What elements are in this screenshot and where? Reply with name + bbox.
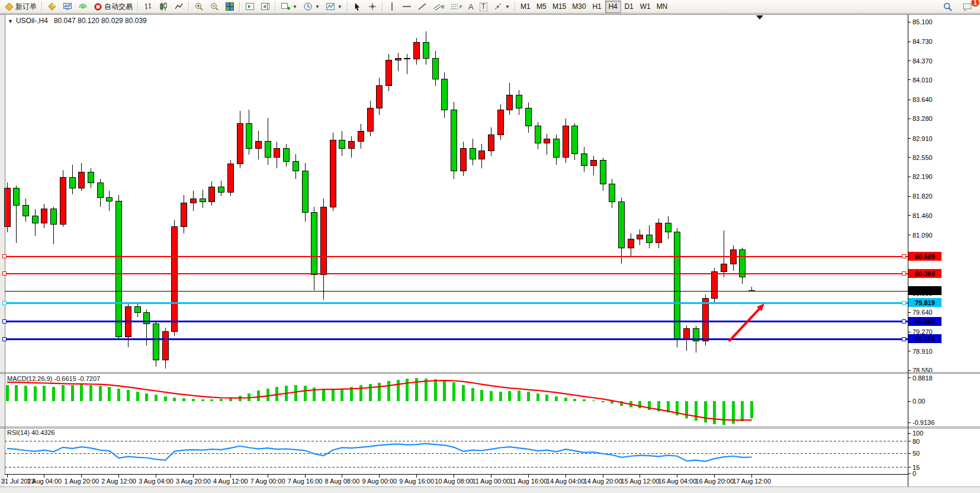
svg-text:0.8818: 0.8818 [912,374,933,382]
templates-button[interactable]: ▼ [323,1,345,13]
bar-chart-button[interactable] [140,1,156,13]
svg-text:84.730: 84.730 [912,38,933,45]
timeframe-m1-button[interactable]: M1 [518,1,534,13]
svg-text:85.100: 85.100 [912,18,933,25]
chart-shift-icon [261,2,270,11]
svg-text:82.910: 82.910 [912,135,933,142]
svg-text:9 Aug 16:00: 9 Aug 16:00 [399,478,434,485]
fibonacci-button[interactable]: F [448,1,465,13]
symbol-period-label: USOil-,H4 [16,17,48,25]
search-icon [943,2,953,12]
channel-letter: E [442,4,445,9]
horizontal-line-icon [402,2,412,11]
timeframe-m30-button[interactable]: M30 [569,1,589,13]
chart-shift-button[interactable] [258,1,273,13]
new-order-button[interactable]: 新订单 [2,1,40,13]
templates-icon [326,2,335,11]
signals-icon [78,2,88,11]
text-label-button[interactable]: T [477,1,490,13]
svg-text:7 Aug 00:00: 7 Aug 00:00 [250,478,285,485]
svg-text:79.136: 79.136 [915,335,935,342]
timeframe-d1-button[interactable]: D1 [621,1,637,13]
svg-text:79.467: 79.467 [915,318,935,325]
mt4-application: 85.10084.73084.37084.01083.64083.28082.9… [0,0,980,493]
svg-text:-0.9136: -0.9136 [912,419,934,426]
toolbar-separator [137,2,139,12]
arrows-button[interactable]: ▼ [490,1,513,13]
svg-text:78.910: 78.910 [912,348,933,355]
svg-text:11 Aug 16:00: 11 Aug 16:00 [509,478,547,485]
text-label-icon: T [480,2,487,11]
svg-text:3 Aug 04:00: 3 Aug 04:00 [139,478,173,485]
svg-text:1 Aug 04:00: 1 Aug 04:00 [27,478,62,485]
search-button[interactable] [940,1,956,13]
auto-trading-icon [94,2,102,11]
timeframe-w1-button[interactable]: W1 [637,1,654,13]
timeframe-h4-button[interactable]: H4 [605,1,621,13]
tile-windows-icon [225,2,234,11]
svg-text:11 Aug 00:00: 11 Aug 00:00 [472,478,510,485]
trendline-button[interactable] [415,1,430,13]
zoom-out-button[interactable] [207,1,222,13]
quote-ohlc-label: 80.047 80.120 80.029 80.039 [54,17,147,25]
signals-button[interactable] [75,1,91,13]
bar-chart-icon [143,2,153,11]
periods-button[interactable]: ▼ [300,1,323,13]
svg-text:16 Aug 20:00: 16 Aug 20:00 [695,478,734,485]
svg-text:14 Aug 20:00: 14 Aug 20:00 [584,478,622,485]
svg-text:15 Aug 12:00: 15 Aug 12:00 [621,478,660,485]
cursor-button[interactable] [350,1,365,13]
vertical-line-button[interactable] [385,1,399,13]
channel-icon [433,2,442,11]
toolbar-separator [275,2,276,12]
collapse-quote-icon[interactable]: ▼ [8,18,13,24]
text-button[interactable]: A [465,1,477,13]
svg-text:80.369: 80.369 [915,270,935,277]
timeframe-m15-button[interactable]: M15 [550,1,569,13]
svg-text:81.090: 81.090 [912,232,933,239]
indicators-button[interactable]: ▼ [278,1,300,13]
periods-icon [303,2,313,11]
new-order-icon [5,2,14,11]
chevron-down-icon: ▼ [315,4,320,9]
timeframe-m5-button[interactable]: M5 [534,1,550,13]
cursor-icon [353,2,362,11]
chart-plot-area[interactable]: 85.10084.73084.37084.01083.64083.28082.9… [0,0,980,493]
market-watch-button[interactable] [44,1,60,13]
candlestick-button[interactable] [156,1,171,13]
svg-text:7 Aug 16:00: 7 Aug 16:00 [288,478,323,485]
timeframe-h1-button[interactable]: H1 [589,1,605,13]
candlestick-icon [159,2,168,11]
chart-header: ▼USOil-,H480.047 80.120 80.029 80.039 [8,17,147,25]
svg-text:16 Aug 04:00: 16 Aug 04:00 [658,478,696,485]
trendline-icon [417,2,427,11]
horizontal-line-button[interactable] [399,1,415,13]
tile-windows-button[interactable] [222,1,237,13]
svg-text:50: 50 [912,450,920,457]
line-chart-button[interactable] [171,1,187,13]
crosshair-button[interactable] [365,1,380,13]
zoom-out-icon [210,2,219,11]
svg-text:81.460: 81.460 [912,212,933,219]
market-watch-icon [47,2,57,11]
svg-text:82.190: 82.190 [912,173,933,180]
crosshair-icon [368,2,377,11]
toolbar-separator [382,2,383,12]
fibonacci-letter: F [460,4,462,9]
new-order-label: 新订单 [15,2,37,12]
terminal-button[interactable] [60,1,75,13]
svg-text:84.010: 84.010 [912,76,933,84]
channel-button[interactable]: E [430,1,448,13]
text-icon: A [468,2,474,11]
auto-scroll-button[interactable] [242,1,258,13]
svg-text:83.640: 83.640 [912,96,933,103]
svg-text:4 Aug 12:00: 4 Aug 12:00 [213,478,248,485]
timeframe-mn-button[interactable]: MN [654,1,671,13]
svg-text:79.640: 79.640 [912,309,933,316]
svg-text:17 Aug 12:00: 17 Aug 12:00 [732,478,771,485]
terminal-icon [63,2,72,11]
zoom-in-button[interactable] [191,1,207,13]
toolbar-separator [515,2,516,12]
auto-trading-button[interactable]: 自动交易 [91,1,136,13]
rsi-indicator-label: RSI(14) 40.4326 [7,429,55,436]
